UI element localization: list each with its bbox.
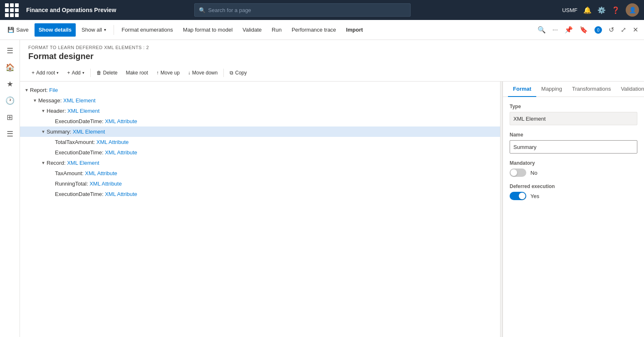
mandatory-toggle[interactable]	[510, 168, 526, 177]
toolbar: + Add root ▾ + Add ▾ 🗑 Delete Make root …	[20, 64, 644, 82]
user-name: USMF	[562, 7, 577, 13]
bookmark-icon[interactable]: 🔖	[577, 24, 590, 35]
search-cmd-icon[interactable]: 🔍	[535, 24, 548, 35]
toggle-header[interactable]: ▼	[40, 109, 47, 113]
deferred-toggle-thumb	[519, 193, 525, 199]
page-header: FORMAT TO LEARN DEFERRED XML ELEMENTS : …	[20, 40, 644, 64]
notification-icon[interactable]: 0	[592, 24, 604, 36]
sidebar-icon-list[interactable]: ☰	[2, 126, 17, 141]
format-enumerations-label: Format enumerations	[121, 27, 173, 33]
make-root-button[interactable]: Make root	[122, 67, 151, 79]
validate-label: Validate	[243, 27, 262, 33]
move-down-button[interactable]: ↓ Move down	[185, 67, 221, 79]
tree-label-summary: Summary: XML Element	[47, 129, 497, 135]
sidebar-icon-star[interactable]: ★	[2, 77, 17, 92]
tab-validations[interactable]: Validations	[616, 82, 644, 97]
sidebar-icon-recent[interactable]: 🕐	[2, 93, 17, 108]
tree-item-executiondatetime-3[interactable]: ▶ ExecutionDateTime: XML Attribute	[20, 189, 500, 199]
validate-button[interactable]: Validate	[238, 23, 266, 37]
tree-item-executiondatetime-1[interactable]: ▶ ExecutionDateTime: XML Attribute	[20, 116, 500, 126]
split-area: ▼ Report: File ▼ Message: XML Element ▼ …	[20, 82, 644, 337]
tree-label-record: Record: XML Element	[47, 160, 497, 166]
deferred-toggle-row: Yes	[510, 192, 637, 200]
tree-item-report[interactable]: ▼ Report: File	[20, 85, 500, 95]
run-button[interactable]: Run	[268, 23, 286, 37]
add-button[interactable]: + Add ▾	[64, 67, 87, 79]
help-icon[interactable]: ❓	[612, 6, 620, 14]
type-label: Type	[510, 104, 637, 109]
name-label: Name	[510, 132, 637, 138]
tree-item-message[interactable]: ▼ Message: XML Element	[20, 95, 500, 106]
tree-label-report: Report: File	[30, 87, 497, 93]
sidebar-icon-hamburger[interactable]: ☰	[2, 43, 17, 58]
save-button[interactable]: 💾 Save	[3, 23, 33, 37]
add-root-label: Add root	[36, 70, 55, 76]
tree-item-taxamount[interactable]: ▶ TaxAmount: XML Attribute	[20, 168, 500, 178]
tree-item-record[interactable]: ▼ Record: XML Element	[20, 158, 500, 168]
apps-grid-icon[interactable]	[5, 3, 19, 17]
deferred-label: Deferred execution	[510, 183, 637, 189]
toggle-exec3: ▶	[48, 192, 55, 196]
cmd-separator	[114, 25, 114, 35]
app-title: Finance and Operations Preview	[26, 7, 116, 13]
delete-label: Delete	[103, 70, 118, 76]
add-root-button[interactable]: + Add root ▾	[28, 67, 62, 79]
right-panel: Format Mapping Transformations Validatio…	[503, 82, 644, 337]
add-chevron: ▾	[82, 71, 84, 75]
tab-mapping[interactable]: Mapping	[536, 82, 567, 97]
tree-item-header[interactable]: ▼ Header: XML Element	[20, 106, 500, 116]
bell-icon[interactable]: 🔔	[583, 6, 592, 14]
search-bar[interactable]: 🔍	[194, 3, 411, 17]
tree-item-executiondatetime-2[interactable]: ▶ ExecutionDateTime: XML Attribute	[20, 147, 500, 158]
tree-item-summary[interactable]: ▼ Summary: XML Element	[20, 126, 500, 137]
tree-label-taxamount: TaxAmount: XML Attribute	[55, 170, 497, 176]
settings-icon[interactable]: ⚙️	[597, 6, 606, 14]
toggle-report[interactable]: ▼	[23, 88, 30, 92]
tab-transformations[interactable]: Transformations	[567, 82, 616, 97]
panel-tabs: Format Mapping Transformations Validatio…	[503, 82, 644, 97]
search-input[interactable]	[208, 7, 406, 13]
toggle-running: ▶	[48, 181, 55, 186]
name-input[interactable]	[510, 140, 637, 154]
sidebar-icon-home[interactable]: 🏠	[2, 60, 17, 75]
format-enumerations-button[interactable]: Format enumerations	[117, 23, 177, 37]
mandatory-toggle-thumb	[510, 169, 517, 176]
type-field-group: Type XML Element	[510, 104, 637, 125]
toggle-message[interactable]: ▼	[32, 98, 38, 103]
show-all-button[interactable]: Show all ▾	[77, 23, 110, 37]
toggle-taxamount: ▶	[48, 171, 55, 176]
move-down-label: Move down	[192, 70, 218, 76]
more-icon[interactable]: ···	[550, 25, 560, 35]
panel-content: Type XML Element Name Mandatory	[503, 97, 644, 337]
tree-item-totaltax[interactable]: ▶ TotalTaxAmount: XML Attribute	[20, 137, 500, 147]
delete-button[interactable]: 🗑 Delete	[93, 67, 121, 79]
topbar: Finance and Operations Preview 🔍 USMF 🔔 …	[0, 0, 644, 20]
import-button[interactable]: Import	[342, 23, 367, 37]
down-arrow-icon: ↓	[188, 70, 191, 76]
map-format-button[interactable]: Map format to model	[179, 23, 237, 37]
sidebar-icon-modules[interactable]: ⊞	[2, 110, 17, 125]
expand-icon[interactable]: ⤢	[618, 24, 629, 35]
avatar[interactable]: 👤	[626, 3, 639, 17]
tree-item-runningtotal[interactable]: ▶ RunningTotal: XML Attribute	[20, 178, 500, 189]
main-layout: ☰ 🏠 ★ 🕐 ⊞ ☰ FORMAT TO LEARN DEFERRED XML…	[0, 40, 644, 337]
tab-format[interactable]: Format	[508, 82, 536, 97]
import-label: Import	[346, 27, 363, 33]
search-icon: 🔍	[199, 7, 206, 13]
close-icon[interactable]: ✕	[630, 24, 641, 35]
copy-label: Copy	[235, 70, 247, 76]
cmd-right-actions: 🔍 ··· 📌 🔖 0 ↺ ⤢ ✕	[535, 24, 641, 36]
name-field-group: Name	[510, 132, 637, 154]
save-label: Save	[16, 27, 29, 33]
show-details-button[interactable]: Show details	[35, 23, 76, 37]
add-root-chevron: ▾	[57, 71, 59, 75]
toggle-record[interactable]: ▼	[40, 161, 47, 165]
deferred-toggle[interactable]	[510, 192, 526, 200]
move-up-button[interactable]: ↑ Move up	[153, 67, 183, 79]
refresh-icon[interactable]: ↺	[606, 24, 617, 35]
performance-trace-button[interactable]: Performance trace	[287, 23, 340, 37]
pin-icon[interactable]: 📌	[562, 24, 575, 35]
copy-button[interactable]: ⧉ Copy	[226, 67, 250, 79]
toggle-summary[interactable]: ▼	[40, 129, 47, 134]
plus2-icon: +	[67, 70, 70, 76]
